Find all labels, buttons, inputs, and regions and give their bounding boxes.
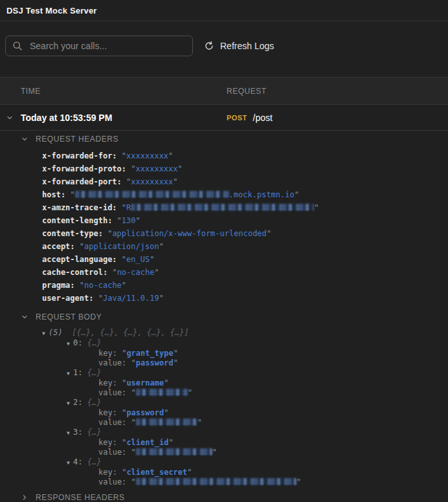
expand-triangle[interactable]: ▼ xyxy=(67,428,73,438)
chevron-down-icon xyxy=(21,136,28,142)
search-input[interactable] xyxy=(28,40,186,52)
value-text: password xyxy=(136,358,174,367)
chevron-down-icon xyxy=(21,314,28,320)
quote-mark: " xyxy=(178,164,183,173)
object-preview: {…} xyxy=(87,398,102,407)
request-header-line: x-forwarded-port: "xxxxxxxxx" xyxy=(42,175,448,188)
request-header-line: content-length: "130" xyxy=(42,214,448,227)
expand-triangle[interactable]: ▼ xyxy=(67,369,73,378)
header-key: user-agent: xyxy=(42,294,93,303)
chevron-right-icon xyxy=(21,494,28,501)
quote-mark: " xyxy=(174,349,178,358)
quote-mark: " xyxy=(70,190,74,199)
expand-triangle[interactable]: ▼ xyxy=(67,398,73,408)
header-key: x-forwarded-proto: xyxy=(42,164,126,173)
request-header-line: pragma: "no-cache" xyxy=(42,279,448,292)
header-key: content-type: xyxy=(42,229,103,238)
object-preview: {…} xyxy=(87,428,102,437)
quote-mark: " xyxy=(188,388,192,397)
redacted-value xyxy=(75,191,229,198)
request-header-line: x-forwarded-proto: "xxxxxxxxx" xyxy=(42,162,448,175)
value-text: username xyxy=(126,378,164,387)
key-label: key: xyxy=(98,378,117,387)
quote-mark: " xyxy=(197,418,202,427)
value-label: value: xyxy=(98,388,126,397)
value-text: xxxxxxxxx xyxy=(131,177,173,186)
request-header-line: cache-control: "no-cache" xyxy=(42,266,448,279)
quote-mark: " xyxy=(131,448,136,457)
header-key: accept-language: xyxy=(42,255,117,264)
value-text: password xyxy=(126,408,164,417)
quote-mark: " xyxy=(122,255,126,264)
redacted-value xyxy=(136,478,297,485)
expand-triangle[interactable]: ▼ xyxy=(67,458,73,468)
value-text: client_id xyxy=(126,438,168,447)
body-key-line: key: "grant_type" xyxy=(98,349,448,358)
redacted-value xyxy=(131,204,314,211)
value-text: client_secret xyxy=(126,468,187,477)
value-text: 130 xyxy=(122,216,136,225)
quote-mark: " xyxy=(131,358,136,367)
request-header-line: accept-language: "en_US" xyxy=(42,253,448,266)
quote-mark: " xyxy=(112,268,117,277)
quote-mark: " xyxy=(295,190,299,199)
expand-triangle[interactable]: ▼ xyxy=(67,339,73,349)
log-entry-row[interactable]: Today at 10:53:59 PM POST /post xyxy=(0,105,448,131)
quote-mark: " xyxy=(131,164,135,173)
body-item-line: ▼0: {…} xyxy=(67,338,448,349)
request-headers-toggle[interactable]: REQUEST HEADERS xyxy=(21,134,448,144)
quote-mark: " xyxy=(122,281,126,290)
value-label: value: xyxy=(98,448,126,457)
chevron-down-icon[interactable] xyxy=(6,115,13,121)
redacted-value xyxy=(136,448,212,455)
titlebar: DSJ Test Mock Server xyxy=(0,0,448,21)
object-preview: {…} xyxy=(87,457,102,466)
array-count: (5) xyxy=(49,328,63,337)
value-label: value: xyxy=(98,418,126,427)
body-item-line: ▼4: {…} xyxy=(67,457,448,468)
refresh-logs-button[interactable]: Refresh Logs xyxy=(204,41,274,51)
quote-mark: " xyxy=(154,268,159,277)
table-header: TIME REQUEST xyxy=(0,78,448,105)
response-headers-label: RESPONSE HEADERS xyxy=(36,493,125,502)
value-text: Java/11.0.19 xyxy=(103,294,159,303)
request-headers-label: REQUEST HEADERS xyxy=(36,135,118,144)
quote-mark: " xyxy=(131,388,136,397)
body-value-line: value: "password" xyxy=(98,358,448,368)
key-label: key: xyxy=(98,468,117,477)
object-preview: {…} xyxy=(87,338,102,347)
toolbar: Refresh Logs xyxy=(0,21,448,78)
body-item-line: ▼2: {…} xyxy=(67,398,448,408)
request-body-tree: ▼(5) [{…}, {…}, {…}, {…}, {…}]▼0: {…}key… xyxy=(42,328,448,487)
quote-mark: " xyxy=(168,438,173,447)
value-text: .mock.pstmn.io xyxy=(229,190,295,199)
item-index: 2: xyxy=(73,398,82,407)
item-index: 3: xyxy=(73,428,82,437)
body-item-line: ▼3: {…} xyxy=(67,428,448,438)
request-header-line: host: ".mock.pstmn.io" xyxy=(42,188,448,201)
page-title: DSJ Test Mock Server xyxy=(6,6,97,16)
quote-mark: " xyxy=(164,378,168,387)
value-text: no-cache xyxy=(84,281,122,290)
quote-mark: " xyxy=(80,281,84,290)
quote-mark: " xyxy=(212,448,217,457)
request-body-toggle[interactable]: REQUEST BODY xyxy=(21,312,448,322)
body-key-line: key: "client_id" xyxy=(98,438,448,448)
entry-time: Today at 10:53:59 PM xyxy=(21,113,227,123)
quote-mark: " xyxy=(98,294,103,303)
value-text: xxxxxxxxx xyxy=(126,151,168,160)
body-value-line: value: "" xyxy=(98,388,448,398)
body-array-root: ▼(5) [{…}, {…}, {…}, {…}, {…}] xyxy=(42,328,448,338)
quote-mark: " xyxy=(164,408,168,417)
response-headers-toggle[interactable]: RESPONSE HEADERS xyxy=(21,492,448,502)
body-key-line: key: "password" xyxy=(98,408,448,418)
value-text: application/x-www-form-urlencoded xyxy=(112,229,266,238)
quote-mark: " xyxy=(159,294,164,303)
redacted-value xyxy=(136,389,188,396)
header-key: cache-control: xyxy=(42,268,107,277)
quote-mark: " xyxy=(297,477,301,486)
array-preview: [{…}, {…}, {…}, {…}, {…}] xyxy=(72,328,189,337)
search-box xyxy=(5,36,193,56)
expand-triangle[interactable]: ▼ xyxy=(42,329,49,338)
body-item-line: ▼1: {…} xyxy=(67,368,448,378)
